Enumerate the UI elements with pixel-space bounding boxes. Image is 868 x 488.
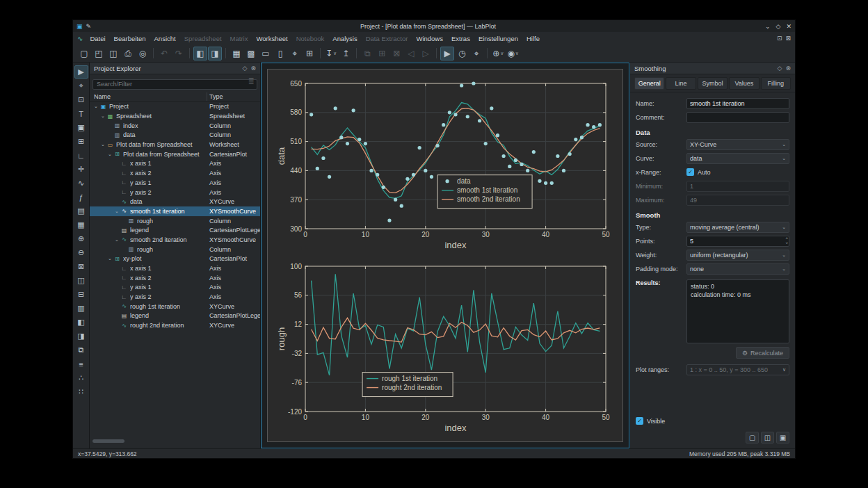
tab-general[interactable]: General — [634, 77, 664, 90]
menu-bearbeiten[interactable]: Bearbeiten — [110, 33, 150, 44]
column-header-name[interactable]: Name — [94, 93, 111, 100]
distribute-objects-button[interactable]: ∴ — [74, 371, 88, 384]
magnification-button[interactable]: ◉∨ — [506, 47, 520, 60]
worksheet-view[interactable]: 01020304050300370440510580650indexdatada… — [261, 63, 629, 448]
toggle-project-explorer-button[interactable]: ◧ — [193, 47, 207, 60]
tab-symbol[interactable]: Symbol — [698, 77, 728, 90]
tree-row-y-axis-1[interactable]: ∟y axis 1Axis — [90, 178, 260, 188]
export-button[interactable]: ↥ — [339, 47, 353, 60]
plot-top[interactable]: 01020304050300370440510580650indexdatada… — [276, 76, 614, 252]
tree-row-y-axis-2[interactable]: ∟y axis 2Axis — [90, 292, 260, 302]
expander-icon[interactable]: ⌄ — [99, 113, 106, 119]
titlebar[interactable]: ▣ ✎ Project - [Plot data from Spreadshee… — [73, 20, 795, 32]
save-project-button[interactable]: ◫ — [106, 47, 120, 60]
new-datapicker-button[interactable]: ⌖ — [288, 47, 302, 60]
mdi-close-button[interactable]: ⊠ — [785, 35, 791, 42]
tree-row-x-axis-2[interactable]: ∟x axis 2Axis — [90, 273, 260, 283]
weight-select[interactable]: uniform (rectangular) ⌄ — [686, 250, 789, 261]
tree-row-data[interactable]: ▥dataColumn — [90, 131, 260, 140]
tab-line[interactable]: Line — [666, 77, 696, 90]
apply-template-button[interactable]: ▣ — [776, 432, 789, 444]
add-spreadsheet-button[interactable]: ▦ — [74, 218, 88, 231]
menu-analysis[interactable]: Analysis — [328, 33, 361, 44]
float-dock-button[interactable]: ◇ — [778, 65, 782, 72]
tree-row-smooth-2nd-iteration[interactable]: ⌄∿smooth 2nd iterationXYSmoothCurve — [90, 235, 260, 245]
tree-row-x-axis-1[interactable]: ∟x axis 1Axis — [90, 159, 260, 169]
expander-icon[interactable]: ⌄ — [113, 209, 120, 214]
scrollbar-thumb[interactable] — [93, 439, 124, 443]
tree-row-project[interactable]: ⌄▣ProjectProject — [90, 102, 260, 112]
zoom-in-button[interactable]: ⊕ — [74, 232, 88, 245]
select-tool-button[interactable]: ▶ — [440, 47, 454, 60]
tree-row-smooth-1st-iteration[interactable]: ⌄∿smooth 1st iterationXYSmoothCurve — [90, 206, 260, 216]
toggle-properties-explorer-button[interactable]: ◨ — [208, 47, 222, 60]
source-select[interactable]: XY-Curve ⌄ — [686, 139, 789, 150]
cascade-subwindows-button[interactable]: ⧉ — [74, 343, 88, 357]
recalculate-button[interactable]: ⚙ Recalculate — [736, 347, 789, 359]
name-input[interactable] — [686, 98, 789, 109]
select-tool-button[interactable]: ▶ — [74, 65, 88, 79]
new-project-button[interactable]: ▢ — [77, 47, 91, 60]
visible-checkbox[interactable]: ✓ — [636, 417, 643, 425]
spin-down-icon[interactable]: ˅ — [785, 241, 788, 246]
edit-mode-button[interactable]: ◨ — [74, 330, 88, 343]
menu-extras[interactable]: Extras — [447, 33, 474, 44]
auto-checkbox[interactable]: ✓ — [686, 168, 694, 176]
tree-row-rough[interactable]: ▥roughColumn — [90, 245, 260, 254]
load-template-button[interactable]: ▢ — [746, 432, 759, 444]
menu-worksheet[interactable]: Worksheet — [252, 33, 291, 44]
close-button[interactable]: ✕ — [786, 23, 791, 30]
tree-row-legend[interactable]: ▤legendCartesianPlotLegend — [90, 225, 260, 235]
search-input[interactable] — [93, 79, 257, 90]
crosshair-tool-button[interactable]: ⌖ — [74, 79, 88, 92]
grid-layout-button[interactable]: ▥ — [74, 302, 88, 315]
tree-row-x-axis-1[interactable]: ∟x axis 1Axis — [90, 263, 260, 273]
menu-hilfe[interactable]: Hilfe — [522, 33, 544, 44]
menu-einstellungen[interactable]: Einstellungen — [474, 33, 522, 44]
zoom-select-tool-button[interactable]: ⊡ — [74, 93, 88, 106]
crosshair-tool-button[interactable]: ◷ — [455, 47, 469, 60]
float-panel-button[interactable]: ◇ — [243, 65, 248, 72]
add-equation-curve-button[interactable]: ƒ — [74, 190, 88, 204]
type-select[interactable]: moving average (central) ⌄ — [686, 222, 789, 233]
curve-select[interactable]: data ⌄ — [686, 153, 789, 164]
padding-mode-select[interactable]: none ⌄ — [686, 263, 789, 275]
add-plot-four-axes-button[interactable]: ⊞ — [74, 135, 88, 148]
expander-icon[interactable]: ⌄ — [106, 152, 113, 157]
add-text-label-button[interactable]: T — [74, 107, 88, 120]
menu-ansicht[interactable]: Ansicht — [150, 33, 180, 44]
tree-row-plot-data-from-spreadsheet[interactable]: ⌄▭Plot data from SpreadsheetWorksheet — [90, 140, 260, 149]
tree-row-legend[interactable]: ▤legendCartesianPlotLegend — [90, 311, 260, 321]
add-xy-curve-button[interactable]: ∿ — [74, 177, 88, 190]
zoom-out-button[interactable]: ⊖ — [74, 246, 88, 259]
zoom-mode-button[interactable]: ⊕∨ — [491, 47, 505, 60]
tree-row-xy-plot[interactable]: ⌄⊞xy-plotCartesianPlot — [90, 254, 260, 264]
break-layout-button[interactable]: ◧ — [74, 316, 88, 329]
tree-row-rough[interactable]: ▥roughColumn — [90, 216, 260, 226]
comment-input[interactable] — [686, 112, 789, 123]
tree-row-data[interactable]: ∿dataXYCurve — [90, 197, 260, 206]
tree-row-spreadsheet[interactable]: ⌄▦SpreadsheetSpreadsheet — [90, 111, 260, 121]
horizontal-layout-button[interactable]: ⊟ — [74, 288, 88, 301]
zoom-select-tool-button[interactable]: ⌖ — [469, 47, 483, 60]
tree-column-headers[interactable]: Name Type — [90, 92, 260, 102]
tree-row-index[interactable]: ▥indexColumn — [90, 121, 260, 131]
tree-row-rough-1st-iteration[interactable]: ∿rough 1st iterationXYCurve — [90, 302, 260, 311]
new-matrix-button[interactable]: ▩ — [244, 47, 258, 60]
points-input[interactable] — [686, 236, 789, 247]
expander-icon[interactable]: ⌄ — [106, 256, 113, 261]
more-tools-button[interactable]: ∷ — [74, 385, 88, 398]
tree-row-rought-2nd-iteration[interactable]: ∿rought 2nd iterationXYCurve — [90, 320, 260, 330]
align-objects-button[interactable]: ≡ — [74, 357, 88, 371]
print-button[interactable]: ⎙ — [121, 47, 135, 60]
close-dock-button[interactable]: ⊗ — [785, 65, 791, 72]
tree-row-y-axis-1[interactable]: ∟y axis 1Axis — [90, 283, 260, 293]
menu-windows[interactable]: Windows — [412, 33, 447, 44]
horizontal-scrollbar[interactable] — [93, 439, 257, 446]
add-plot-centered-button[interactable]: ✛ — [74, 163, 88, 176]
tree-row-y-axis-2[interactable]: ∟y axis 2Axis — [90, 188, 260, 197]
add-legend-button[interactable]: ▤ — [74, 204, 88, 218]
column-header-type[interactable]: Type — [209, 93, 223, 100]
worksheet-page[interactable]: 01020304050300370440510580650indexdatada… — [267, 69, 623, 442]
zoom-original-button[interactable]: ⊠ — [74, 260, 88, 273]
